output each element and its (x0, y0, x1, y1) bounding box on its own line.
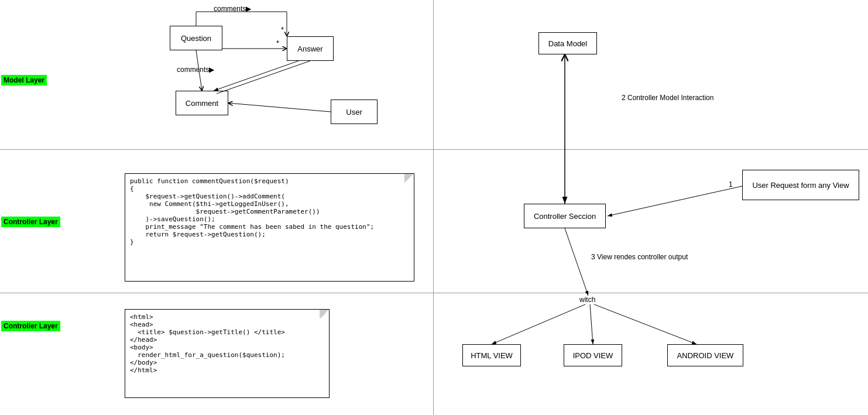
svg-text:*: * (276, 39, 279, 47)
data-model-box: Data Model (538, 32, 597, 54)
vertical-divider (433, 0, 434, 415)
comments-side-label: comments▶ (177, 66, 214, 74)
view-code-box: <html> <head> <title> $question->getTitl… (125, 309, 330, 398)
comment-box: Comment (176, 91, 228, 115)
user-request-box: User Request form any View (742, 170, 859, 200)
android-view-box: ANDROID VIEW (667, 344, 743, 366)
controller-layer-1-label: Controller Layer (1, 217, 60, 227)
user-box: User (331, 100, 378, 124)
answer-box: Answer (287, 36, 334, 61)
view-renders-label: 3 View rendes controller output (591, 253, 688, 261)
diagram-container: Model Layer Controller Layer Controller … (0, 0, 868, 415)
controller-code-box: public function commentQuestion($request… (125, 173, 414, 282)
number-1-label: 1 (729, 180, 733, 188)
controller-model-label: 2 Controller Model Interaction (622, 94, 713, 102)
controller-section-box: Controller Seccion (524, 204, 606, 228)
witch-label: witch (579, 296, 595, 304)
model-layer-label: Model Layer (1, 75, 47, 85)
horizontal-divider-1 (0, 149, 868, 150)
question-box: Question (170, 26, 222, 50)
controller-layer-2-label: Controller Layer (1, 321, 60, 331)
ipod-view-box: IPOD VIEW (564, 344, 622, 366)
svg-text:*: * (281, 25, 284, 34)
html-view-box: HTML VIEW (462, 344, 521, 366)
comments-top-label: comments▶ (214, 5, 251, 13)
horizontal-divider-2 (0, 293, 868, 293)
